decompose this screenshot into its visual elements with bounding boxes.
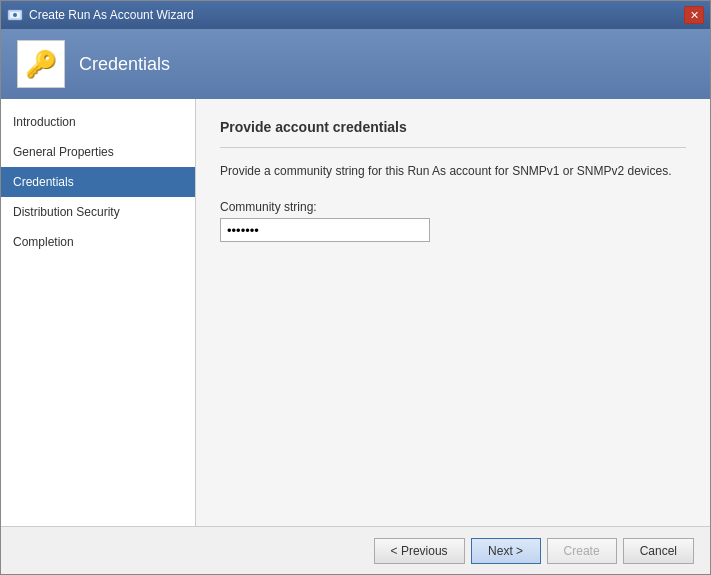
sidebar: Introduction General Properties Credenti…: [1, 99, 196, 526]
community-string-label: Community string:: [220, 200, 686, 214]
wizard-window: Create Run As Account Wizard ✕ 🔑 Credent…: [0, 0, 711, 575]
header-title: Credentials: [79, 54, 170, 75]
svg-point-2: [13, 13, 17, 17]
sidebar-item-distribution-security[interactable]: Distribution Security: [1, 197, 195, 227]
content-description: Provide a community string for this Run …: [220, 162, 686, 180]
cancel-button[interactable]: Cancel: [623, 538, 694, 564]
wizard-footer: < Previous Next > Create Cancel: [1, 526, 710, 574]
next-button[interactable]: Next >: [471, 538, 541, 564]
title-bar: Create Run As Account Wizard ✕: [1, 1, 710, 29]
divider: [220, 147, 686, 148]
content-title: Provide account credentials: [220, 119, 686, 135]
wizard-header: 🔑 Credentials: [1, 29, 710, 99]
sidebar-item-completion[interactable]: Completion: [1, 227, 195, 257]
sidebar-item-credentials[interactable]: Credentials: [1, 167, 195, 197]
previous-button[interactable]: < Previous: [374, 538, 465, 564]
title-bar-left: Create Run As Account Wizard: [7, 7, 194, 23]
sidebar-item-introduction[interactable]: Introduction: [1, 107, 195, 137]
header-icon: 🔑: [17, 40, 65, 88]
close-button[interactable]: ✕: [684, 6, 704, 24]
wizard-icon: [7, 7, 23, 23]
content-area: Provide account credentials Provide a co…: [196, 99, 710, 526]
title-bar-text: Create Run As Account Wizard: [29, 8, 194, 22]
sidebar-item-general-properties[interactable]: General Properties: [1, 137, 195, 167]
create-button[interactable]: Create: [547, 538, 617, 564]
community-string-input[interactable]: [220, 218, 430, 242]
key-icon: 🔑: [25, 49, 57, 80]
wizard-body: Introduction General Properties Credenti…: [1, 99, 710, 526]
